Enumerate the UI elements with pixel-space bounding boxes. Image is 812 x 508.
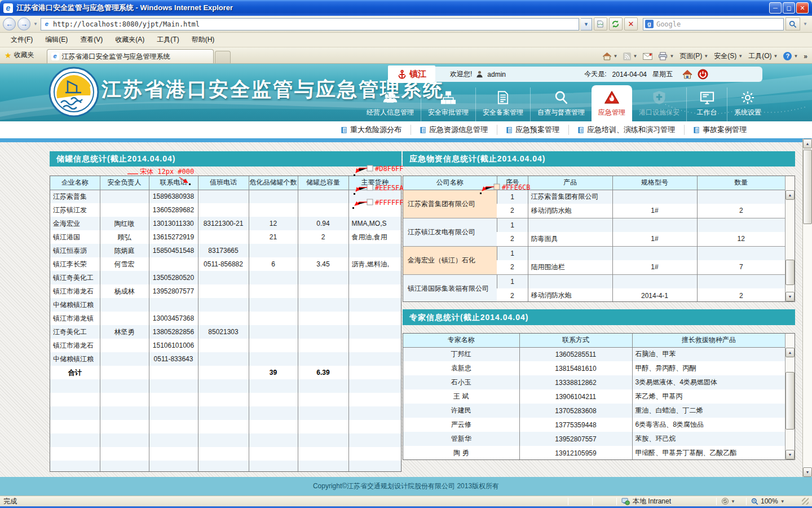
table-row: 镇江恒泰沥陈炳庭1585045154883173665 <box>50 244 401 257</box>
new-tab-stub[interactable] <box>215 51 231 63</box>
cell: 苯乙烯、甲基丙 <box>632 389 785 404</box>
favorites-button[interactable]: ★ 收藏夹 <box>0 50 40 63</box>
scroll-down-button[interactable]: ▼ <box>785 292 795 301</box>
cell: 镇江市港龙石 <box>50 339 100 352</box>
cell <box>198 230 249 244</box>
supplies-table-head: 公司名称序号产品规格型号数量 <box>403 176 785 190</box>
scroll-thumb[interactable] <box>785 372 795 430</box>
zone-label: 本地 Intranet <box>633 497 671 506</box>
tools-menu-button[interactable]: 工具(O) ▼ <box>748 51 778 61</box>
cell: 管新华 <box>403 432 519 446</box>
today-weekday: 星期五 <box>652 69 673 79</box>
menu-item[interactable]: 文件(F) <box>6 33 38 46</box>
cell: 13912105959 <box>519 446 632 460</box>
cell: 2 <box>298 230 348 244</box>
cell: 江苏索普集团有限公司 <box>528 190 612 204</box>
table-row: 石小玉133388128623类易燃液体、4类易燃固体 <box>403 375 785 389</box>
nav-item-经营人信息管理[interactable]: 经营人信息管理 <box>360 87 421 121</box>
nav-item-安全审批管理[interactable]: 安全审批管理 <box>421 87 475 121</box>
cell <box>198 433 249 447</box>
menu-item[interactable]: 查看(V) <box>75 33 108 46</box>
cell: 13338812862 <box>519 375 632 389</box>
port-logo-icon <box>48 67 99 117</box>
nav-item-工作台[interactable]: 工作台 <box>686 87 727 121</box>
cell: 1# <box>612 260 697 274</box>
help-button[interactable]: ? ▼ <box>783 52 798 60</box>
refresh-button[interactable] <box>609 17 623 30</box>
scroll-up-button[interactable]: ▲ <box>803 139 812 148</box>
nav-item-自查与督查管理[interactable]: 自查与督查管理 <box>530 87 592 121</box>
scroll-thumb[interactable] <box>785 260 795 285</box>
cell <box>149 406 198 420</box>
cell <box>249 339 298 352</box>
column-header: 危化品储罐个数 <box>249 176 298 190</box>
subnav-item-应急资源信息管理[interactable]: 应急资源信息管理 <box>411 125 497 135</box>
cell: 沥青,燃料油, <box>348 257 401 271</box>
compatibility-view-button[interactable] <box>594 17 607 30</box>
scroll-down-button[interactable]: ▼ <box>785 450 795 459</box>
address-input[interactable]: e http://localhost:8080/yjpt/Main.html <box>41 18 579 30</box>
overflow-chevron-icon[interactable]: » <box>804 52 807 60</box>
supplies-scrollbar[interactable]: ▲ ▼ <box>785 176 795 301</box>
stop-button[interactable]: ✕ <box>624 17 638 30</box>
search-options-caret[interactable]: ▼ <box>802 21 809 27</box>
cell <box>198 312 249 325</box>
mail-button[interactable] <box>643 53 652 60</box>
nav-label: 经营人信息管理 <box>367 108 414 117</box>
home-button[interactable]: ▼ <box>602 52 618 60</box>
forward-button[interactable]: → <box>17 17 30 30</box>
search-input[interactable]: g Google <box>643 18 784 30</box>
menu-item[interactable]: 工具(T) <box>152 33 184 46</box>
subnav-item-应急预案管理[interactable]: 应急预案管理 <box>497 125 568 135</box>
experts-scrollbar[interactable]: ▲ ▼ <box>785 334 795 459</box>
page-scrollbar[interactable]: ▲ ▼ <box>802 139 812 477</box>
cell: 移动消防水炮 <box>528 288 612 302</box>
safety-menu-button[interactable]: 安全(S) ▼ <box>714 51 743 61</box>
minimize-button[interactable]: ─ <box>769 2 782 14</box>
cell: 83173665 <box>198 244 249 257</box>
nav-item-系统设置[interactable]: 系统设置 <box>727 87 768 121</box>
cell <box>149 447 198 461</box>
scroll-up-button[interactable]: ▲ <box>785 348 795 357</box>
page-menu-button[interactable]: 页面(P) ▼ <box>679 51 708 61</box>
tab-active[interactable]: e 江苏省港口安全监管与应急管理系统 <box>47 49 214 63</box>
restore-button[interactable]: ◻ <box>783 2 795 14</box>
cell: 0511-833643 <box>149 352 198 366</box>
search-go-button[interactable] <box>785 17 800 30</box>
menu-item[interactable]: 帮助(H) <box>187 33 220 46</box>
history-dropdown-icon[interactable]: ▼ <box>32 21 39 27</box>
cell <box>100 190 149 203</box>
refresh-icon <box>611 20 620 28</box>
nav-item-港口设施保安[interactable]: 港口设施保安 <box>632 87 686 121</box>
nav-item-应急管理[interactable]: 应急管理 <box>592 85 632 121</box>
nav-item-安全备案管理[interactable]: 安全备案管理 <box>475 87 530 121</box>
cell <box>198 298 249 312</box>
subnav-label: 事故案例管理 <box>703 125 747 135</box>
address-dropdown-button[interactable]: ▼ <box>581 18 592 30</box>
subnav-item-重大危险源分布[interactable]: 重大危险源分布 <box>332 125 411 135</box>
home-shortcut-button[interactable] <box>682 69 693 80</box>
feeds-button[interactable]: ▼ <box>623 52 637 60</box>
print-button[interactable]: ▼ <box>658 52 674 60</box>
subnav-item-应急培训、演练和演习管理[interactable]: 应急培训、演练和演习管理 <box>568 125 684 135</box>
cell <box>249 420 298 433</box>
subnav-item-事故案例管理[interactable]: 事故案例管理 <box>684 125 756 135</box>
cell <box>198 352 249 366</box>
scroll-thumb[interactable] <box>803 150 812 224</box>
column-header: 数量 <box>697 176 785 190</box>
scroll-up-button[interactable]: ▲ <box>785 190 795 200</box>
table-row: 合计396.39 <box>50 366 401 379</box>
logout-button[interactable] <box>698 69 708 80</box>
page-footer: Copyright©江苏省交通规划设计院股份有限公司 2013版权所有 <box>0 477 812 496</box>
menu-item[interactable]: 收藏夹(A) <box>110 33 149 46</box>
scroll-down-button[interactable]: ▼ <box>803 467 812 477</box>
protected-mode-button[interactable]: ▼ <box>721 497 742 505</box>
menu-item[interactable]: 编辑(E) <box>40 33 73 46</box>
zoom-control[interactable]: 100% ▼ <box>751 497 800 505</box>
cell <box>348 393 401 406</box>
cell <box>348 461 401 472</box>
resize-grip[interactable] <box>802 498 809 505</box>
back-button[interactable]: ← <box>3 17 16 30</box>
user-avatar-icon <box>475 70 484 78</box>
close-button[interactable]: ✕ <box>796 2 809 14</box>
